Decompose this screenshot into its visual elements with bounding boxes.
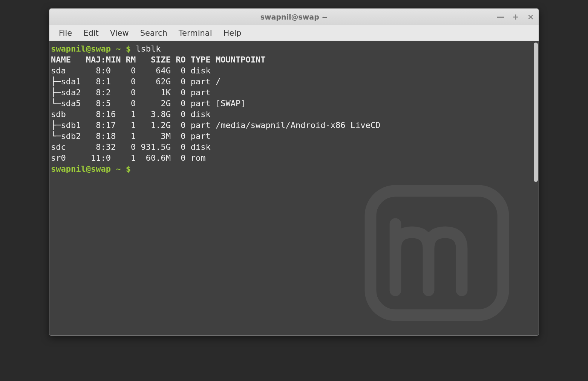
close-button[interactable]: × (527, 13, 535, 21)
scrollbar-thumb[interactable] (534, 43, 538, 182)
maximize-button[interactable]: + (511, 13, 520, 21)
prompt-path: ~ (116, 164, 121, 174)
prompt-symbol: $ (126, 164, 131, 174)
table-row: ├─sda2 8:2 0 1K 0 part (51, 87, 531, 98)
table-row: └─sda5 8:5 0 2G 0 part [SWAP] (51, 98, 531, 109)
terminal-area: swapnil@swap ~ $ lsblkNAME MAJ:MIN RM SI… (49, 41, 539, 335)
menubar: File Edit View Search Terminal Help (49, 25, 539, 41)
terminal-window: swapnil@swap ~ — + × File Edit View Sear… (49, 8, 539, 336)
close-icon: × (527, 13, 534, 21)
lsblk-header: NAME MAJ:MIN RM SIZE RO TYPE MOUNTPOINT (51, 54, 531, 65)
table-row: ├─sdb1 8:17 1 1.2G 0 part /media/swapnil… (51, 120, 531, 131)
titlebar[interactable]: swapnil@swap ~ — + × (49, 9, 539, 25)
window-title: swapnil@swap ~ (260, 13, 328, 21)
prompt-line-2: swapnil@swap ~ $ (51, 163, 531, 174)
minimize-button[interactable]: — (496, 13, 505, 21)
terminal-output[interactable]: swapnil@swap ~ $ lsblkNAME MAJ:MIN RM SI… (49, 41, 533, 335)
menu-edit[interactable]: Edit (78, 26, 104, 40)
prompt-userhost: swapnil@swap (51, 164, 111, 174)
command-text: lsblk (136, 44, 161, 53)
menu-view[interactable]: View (104, 26, 135, 40)
prompt-userhost: swapnil@swap (51, 44, 111, 53)
menu-file[interactable]: File (53, 26, 78, 40)
window-controls: — + × (496, 9, 535, 25)
prompt-line-1: swapnil@swap ~ $ lsblk (51, 43, 531, 54)
prompt-path: ~ (116, 44, 121, 53)
scrollbar[interactable] (533, 41, 539, 335)
table-row: sr0 11:0 1 60.6M 0 rom (51, 152, 531, 163)
maximize-icon: + (512, 13, 519, 21)
minimize-icon: — (496, 13, 505, 21)
menu-help[interactable]: Help (218, 26, 247, 40)
menu-terminal[interactable]: Terminal (173, 26, 218, 40)
table-row: └─sdb2 8:18 1 3M 0 part (51, 131, 531, 142)
table-row: sdc 8:32 0 931.5G 0 disk (51, 142, 531, 152)
table-row: sdb 8:16 1 3.8G 0 disk (51, 109, 531, 120)
table-row: sda 8:0 0 64G 0 disk (51, 65, 531, 76)
menu-search[interactable]: Search (135, 26, 173, 40)
table-row: ├─sda1 8:1 0 62G 0 part / (51, 76, 531, 87)
prompt-symbol: $ (126, 44, 131, 53)
